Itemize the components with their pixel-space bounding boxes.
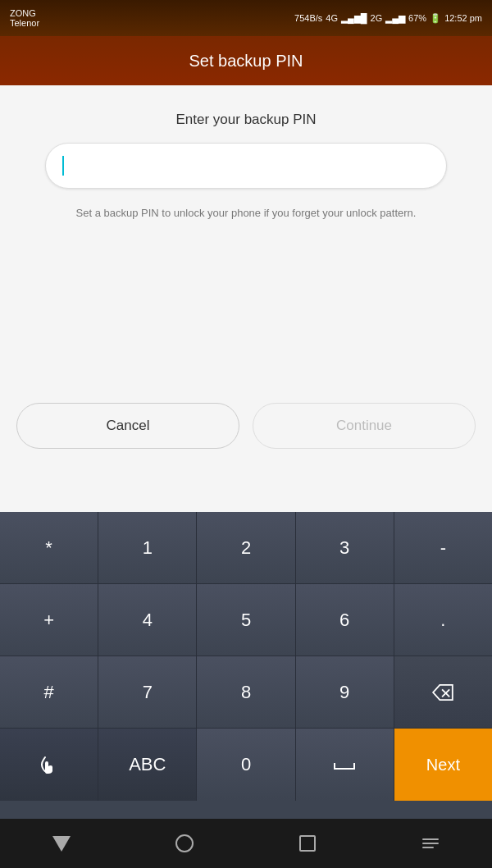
pin-input-container[interactable] (45, 143, 447, 189)
carrier2-label: Telenor (10, 18, 39, 28)
keyboard: * 1 2 3 - + 4 5 6 . # 7 8 9 (0, 512, 492, 819)
signal-icon: ▂▄▆█ (341, 13, 367, 24)
status-bar: ZONG Telenor 754B/s 4G ▂▄▆█ 2G ▂▄▆ 67% 🔋… (0, 0, 492, 36)
key-6[interactable]: 6 (296, 584, 394, 656)
network1-label: 4G (326, 13, 338, 23)
pin-cursor (62, 156, 64, 176)
back-button[interactable] (45, 827, 78, 860)
keyboard-row-4: ABC 0 Next (0, 729, 492, 801)
key-2[interactable]: 2 (197, 512, 295, 583)
key-space[interactable] (296, 729, 394, 801)
main-content: Enter your backup PIN Set a backup PIN t… (0, 85, 492, 545)
app-header: Set backup PIN (0, 36, 492, 85)
enter-pin-label: Enter your backup PIN (175, 112, 316, 128)
header-title: Set backup PIN (189, 52, 303, 71)
continue-button: Continue (253, 403, 476, 449)
button-row: Cancel Continue (0, 389, 492, 463)
signal2-icon: ▂▄▆ (385, 13, 405, 24)
status-right: 754B/s 4G ▂▄▆█ 2G ▂▄▆ 67% 🔋 12:52 pm (294, 13, 482, 24)
key-7[interactable]: 7 (98, 656, 197, 728)
home-button[interactable] (168, 827, 201, 860)
recent-icon (299, 835, 316, 852)
backspace-icon (431, 684, 454, 701)
key-1[interactable]: 1 (98, 512, 197, 583)
key-3[interactable]: 3 (296, 512, 394, 583)
menu-icon (422, 838, 439, 848)
key-dot[interactable]: . (394, 584, 492, 656)
nav-bar (0, 819, 492, 868)
hint-text: Set a backup PIN to unlock your phone if… (60, 205, 433, 222)
keyboard-row-3: # 7 8 9 (0, 656, 492, 729)
carrier1-label: ZONG (10, 8, 39, 18)
key-5[interactable]: 5 (197, 584, 295, 656)
symbol-keyboard-icon (37, 753, 61, 776)
key-hash[interactable]: # (0, 656, 98, 728)
home-icon (175, 834, 194, 852)
key-plus[interactable]: + (0, 584, 98, 656)
key-4[interactable]: 4 (98, 584, 197, 656)
key-abc[interactable]: ABC (98, 729, 197, 801)
network2-label: 2G (371, 13, 383, 23)
menu-button[interactable] (414, 827, 447, 860)
key-8[interactable]: 8 (197, 656, 295, 728)
key-asterisk[interactable]: * (0, 512, 98, 583)
key-minus[interactable]: - (394, 512, 492, 583)
space-icon (333, 759, 356, 770)
time-label: 12:52 pm (444, 13, 482, 23)
keyboard-row-1: * 1 2 3 - (0, 512, 492, 584)
battery-label: 67% (408, 13, 426, 23)
recent-button[interactable] (291, 827, 324, 860)
battery-icon: 🔋 (430, 13, 441, 24)
key-0[interactable]: 0 (197, 729, 295, 801)
carrier-info: ZONG Telenor (10, 8, 39, 28)
back-icon (52, 836, 71, 852)
key-backspace[interactable] (394, 656, 492, 728)
keyboard-row-2: + 4 5 6 . (0, 584, 492, 656)
key-next[interactable]: Next (394, 729, 492, 801)
key-symbol[interactable] (0, 729, 98, 801)
cancel-button[interactable]: Cancel (16, 403, 239, 449)
speed-label: 754B/s (294, 13, 322, 23)
key-9[interactable]: 9 (296, 656, 394, 728)
